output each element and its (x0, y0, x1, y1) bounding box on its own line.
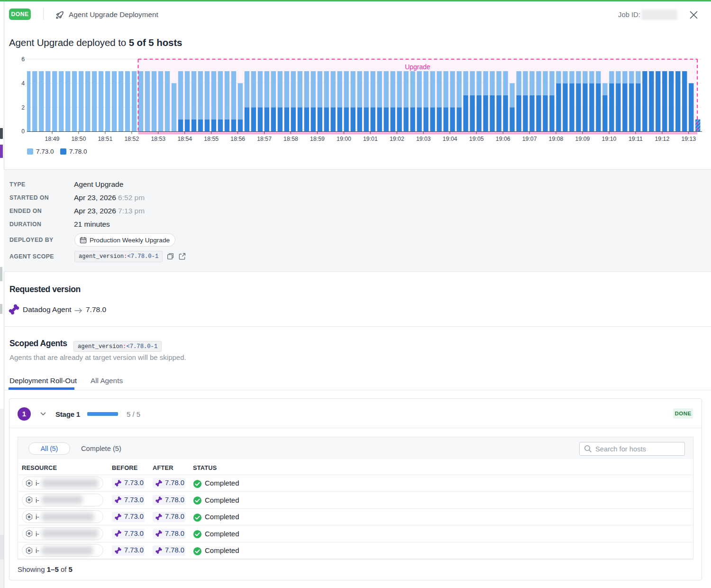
svg-text:4: 4 (21, 80, 25, 87)
svg-text:19:12: 19:12 (655, 136, 670, 142)
svg-text:19:11: 19:11 (629, 136, 643, 142)
svg-text:19:09: 19:09 (575, 136, 590, 142)
svg-text:19:08: 19:08 (549, 136, 564, 142)
svg-text:19:07: 19:07 (522, 136, 537, 142)
svg-text:18:55: 18:55 (204, 136, 219, 142)
svg-text:Upgrade: Upgrade (405, 63, 430, 71)
svg-text:18:56: 18:56 (230, 136, 245, 142)
svg-text:18:57: 18:57 (257, 136, 272, 142)
svg-text:18:49: 18:49 (45, 136, 60, 142)
svg-text:18:52: 18:52 (125, 136, 139, 142)
svg-text:2: 2 (21, 104, 25, 111)
svg-text:18:51: 18:51 (98, 136, 113, 142)
svg-text:18:50: 18:50 (72, 136, 86, 142)
svg-text:19:10: 19:10 (602, 136, 617, 142)
svg-text:19:01: 19:01 (363, 136, 378, 142)
svg-text:18:58: 18:58 (283, 136, 298, 142)
svg-text:19:05: 19:05 (469, 136, 484, 142)
svg-text:19:00: 19:00 (337, 136, 351, 142)
svg-text:18:53: 18:53 (151, 136, 165, 142)
svg-text:19:03: 19:03 (416, 136, 431, 142)
svg-text:19:13: 19:13 (681, 136, 696, 142)
svg-text:18:59: 18:59 (310, 136, 325, 142)
svg-text:0: 0 (21, 128, 25, 135)
svg-text:19:02: 19:02 (390, 136, 404, 142)
svg-text:19:06: 19:06 (496, 136, 510, 142)
svg-text:18:54: 18:54 (177, 136, 192, 142)
svg-text:19:04: 19:04 (443, 136, 457, 142)
svg-text:6: 6 (21, 56, 25, 63)
